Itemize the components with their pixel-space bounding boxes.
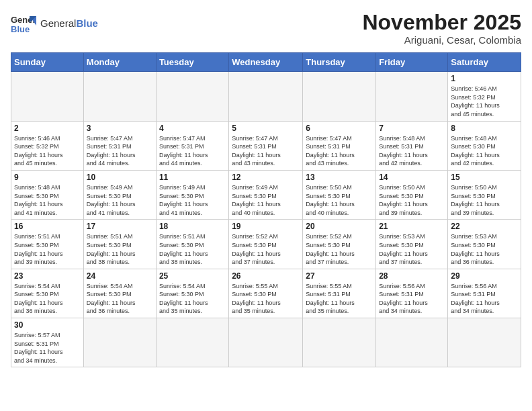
calendar-cell: [303, 318, 376, 367]
calendar-cell: [376, 72, 448, 121]
calendar-cell: [229, 318, 303, 367]
day-number: 5: [232, 124, 300, 133]
day-number: 20: [306, 222, 373, 231]
calendar-cell: 11Sunrise: 5:49 AM Sunset: 5:30 PM Dayli…: [156, 170, 228, 219]
calendar-cell: 5Sunrise: 5:47 AM Sunset: 5:31 PM Daylig…: [229, 121, 303, 170]
weekday-header-friday: Friday: [376, 53, 448, 72]
weekday-header-tuesday: Tuesday: [156, 53, 228, 72]
weekday-header-saturday: Saturday: [448, 53, 521, 72]
day-info: Sunrise: 5:49 AM Sunset: 5:30 PM Dayligh…: [87, 183, 153, 217]
calendar-cell: 20Sunrise: 5:52 AM Sunset: 5:30 PM Dayli…: [303, 220, 376, 269]
calendar-cell: 2Sunrise: 5:46 AM Sunset: 5:32 PM Daylig…: [11, 121, 84, 170]
day-number: 21: [379, 222, 445, 231]
day-number: 29: [451, 271, 518, 281]
calendar-cell: 24Sunrise: 5:54 AM Sunset: 5:30 PM Dayli…: [83, 269, 156, 318]
calendar-week-1: 1Sunrise: 5:46 AM Sunset: 5:32 PM Daylig…: [11, 72, 521, 121]
day-info: Sunrise: 5:48 AM Sunset: 5:30 PM Dayligh…: [14, 183, 81, 217]
calendar-cell: 22Sunrise: 5:53 AM Sunset: 5:30 PM Dayli…: [448, 220, 521, 269]
day-info: Sunrise: 5:51 AM Sunset: 5:30 PM Dayligh…: [87, 232, 153, 266]
day-info: Sunrise: 5:54 AM Sunset: 5:30 PM Dayligh…: [14, 282, 81, 316]
day-number: 26: [232, 271, 300, 281]
day-number: 13: [306, 173, 373, 182]
day-number: 22: [451, 222, 518, 231]
day-number: 19: [232, 222, 300, 231]
day-number: 7: [379, 124, 445, 133]
calendar-week-3: 9Sunrise: 5:48 AM Sunset: 5:30 PM Daylig…: [11, 170, 521, 219]
logo: General Blue GeneralBlue: [11, 11, 98, 36]
day-number: 2: [14, 124, 81, 133]
subtitle: Ariguani, Cesar, Colombia: [362, 34, 521, 46]
day-number: 3: [87, 124, 153, 133]
day-info: Sunrise: 5:49 AM Sunset: 5:30 PM Dayligh…: [159, 183, 226, 217]
day-info: Sunrise: 5:50 AM Sunset: 5:30 PM Dayligh…: [379, 183, 445, 217]
svg-text:Blue: Blue: [11, 24, 30, 34]
day-info: Sunrise: 5:54 AM Sunset: 5:30 PM Dayligh…: [87, 282, 153, 316]
calendar-cell: 16Sunrise: 5:51 AM Sunset: 5:30 PM Dayli…: [11, 220, 84, 269]
calendar-cell: [448, 318, 521, 367]
calendar-week-6: 30Sunrise: 5:57 AM Sunset: 5:31 PM Dayli…: [11, 318, 521, 367]
calendar-cell: 14Sunrise: 5:50 AM Sunset: 5:30 PM Dayli…: [376, 170, 448, 219]
calendar-cell: 26Sunrise: 5:55 AM Sunset: 5:30 PM Dayli…: [229, 269, 303, 318]
day-number: 16: [14, 222, 81, 231]
calendar-cell: [303, 72, 376, 121]
day-info: Sunrise: 5:50 AM Sunset: 5:30 PM Dayligh…: [451, 183, 518, 217]
day-number: 24: [87, 271, 153, 281]
calendar-cell: 1Sunrise: 5:46 AM Sunset: 5:32 PM Daylig…: [448, 72, 521, 121]
calendar-cell: [156, 72, 228, 121]
day-number: 1: [451, 74, 518, 83]
calendar-cell: [376, 318, 448, 367]
weekday-header-thursday: Thursday: [303, 53, 376, 72]
day-info: Sunrise: 5:50 AM Sunset: 5:30 PM Dayligh…: [306, 183, 373, 217]
day-info: Sunrise: 5:48 AM Sunset: 5:31 PM Dayligh…: [379, 134, 445, 168]
day-info: Sunrise: 5:53 AM Sunset: 5:30 PM Dayligh…: [379, 232, 445, 266]
calendar-cell: 23Sunrise: 5:54 AM Sunset: 5:30 PM Dayli…: [11, 269, 84, 318]
calendar-cell: [229, 72, 303, 121]
weekday-header-row: SundayMondayTuesdayWednesdayThursdayFrid…: [11, 53, 521, 72]
day-info: Sunrise: 5:47 AM Sunset: 5:31 PM Dayligh…: [87, 134, 153, 168]
calendar-cell: 12Sunrise: 5:49 AM Sunset: 5:30 PM Dayli…: [229, 170, 303, 219]
header: General Blue GeneralBlue November 2025 A…: [11, 11, 521, 46]
day-info: Sunrise: 5:51 AM Sunset: 5:30 PM Dayligh…: [159, 232, 226, 266]
calendar-cell: [83, 72, 156, 121]
day-number: 15: [451, 173, 518, 182]
day-info: Sunrise: 5:49 AM Sunset: 5:30 PM Dayligh…: [232, 183, 300, 217]
day-number: 12: [232, 173, 300, 182]
day-info: Sunrise: 5:46 AM Sunset: 5:32 PM Dayligh…: [451, 85, 518, 118]
calendar-cell: 28Sunrise: 5:56 AM Sunset: 5:31 PM Dayli…: [376, 269, 448, 318]
day-number: 9: [14, 173, 81, 182]
weekday-header-monday: Monday: [83, 53, 156, 72]
day-info: Sunrise: 5:46 AM Sunset: 5:32 PM Dayligh…: [14, 134, 81, 168]
day-info: Sunrise: 5:55 AM Sunset: 5:30 PM Dayligh…: [232, 282, 300, 316]
calendar-week-4: 16Sunrise: 5:51 AM Sunset: 5:30 PM Dayli…: [11, 220, 521, 269]
day-number: 14: [379, 173, 445, 182]
calendar-cell: 6Sunrise: 5:47 AM Sunset: 5:31 PM Daylig…: [303, 121, 376, 170]
calendar-cell: 30Sunrise: 5:57 AM Sunset: 5:31 PM Dayli…: [11, 318, 84, 367]
calendar-cell: 4Sunrise: 5:47 AM Sunset: 5:31 PM Daylig…: [156, 121, 228, 170]
weekday-header-wednesday: Wednesday: [229, 53, 303, 72]
calendar-cell: 3Sunrise: 5:47 AM Sunset: 5:31 PM Daylig…: [83, 121, 156, 170]
day-info: Sunrise: 5:56 AM Sunset: 5:31 PM Dayligh…: [379, 282, 445, 316]
calendar-cell: 7Sunrise: 5:48 AM Sunset: 5:31 PM Daylig…: [376, 121, 448, 170]
day-number: 4: [159, 124, 226, 133]
day-info: Sunrise: 5:47 AM Sunset: 5:31 PM Dayligh…: [232, 134, 300, 168]
day-number: 28: [379, 271, 445, 281]
calendar: SundayMondayTuesdayWednesdayThursdayFrid…: [11, 52, 521, 367]
day-info: Sunrise: 5:51 AM Sunset: 5:30 PM Dayligh…: [14, 232, 81, 266]
calendar-week-2: 2Sunrise: 5:46 AM Sunset: 5:32 PM Daylig…: [11, 121, 521, 170]
calendar-cell: 18Sunrise: 5:51 AM Sunset: 5:30 PM Dayli…: [156, 220, 228, 269]
calendar-cell: 27Sunrise: 5:55 AM Sunset: 5:31 PM Dayli…: [303, 269, 376, 318]
calendar-cell: 19Sunrise: 5:52 AM Sunset: 5:30 PM Dayli…: [229, 220, 303, 269]
weekday-header-sunday: Sunday: [11, 53, 84, 72]
calendar-cell: 25Sunrise: 5:54 AM Sunset: 5:30 PM Dayli…: [156, 269, 228, 318]
calendar-cell: 8Sunrise: 5:48 AM Sunset: 5:30 PM Daylig…: [448, 121, 521, 170]
calendar-cell: [83, 318, 156, 367]
calendar-cell: 29Sunrise: 5:56 AM Sunset: 5:31 PM Dayli…: [448, 269, 521, 318]
calendar-cell: [11, 72, 84, 121]
calendar-cell: 13Sunrise: 5:50 AM Sunset: 5:30 PM Dayli…: [303, 170, 376, 219]
logo-text: GeneralBlue: [40, 18, 98, 30]
calendar-cell: 9Sunrise: 5:48 AM Sunset: 5:30 PM Daylig…: [11, 170, 84, 219]
day-info: Sunrise: 5:55 AM Sunset: 5:31 PM Dayligh…: [306, 282, 373, 316]
calendar-week-5: 23Sunrise: 5:54 AM Sunset: 5:30 PM Dayli…: [11, 269, 521, 318]
day-info: Sunrise: 5:52 AM Sunset: 5:30 PM Dayligh…: [306, 232, 373, 266]
day-info: Sunrise: 5:56 AM Sunset: 5:31 PM Dayligh…: [451, 282, 518, 316]
